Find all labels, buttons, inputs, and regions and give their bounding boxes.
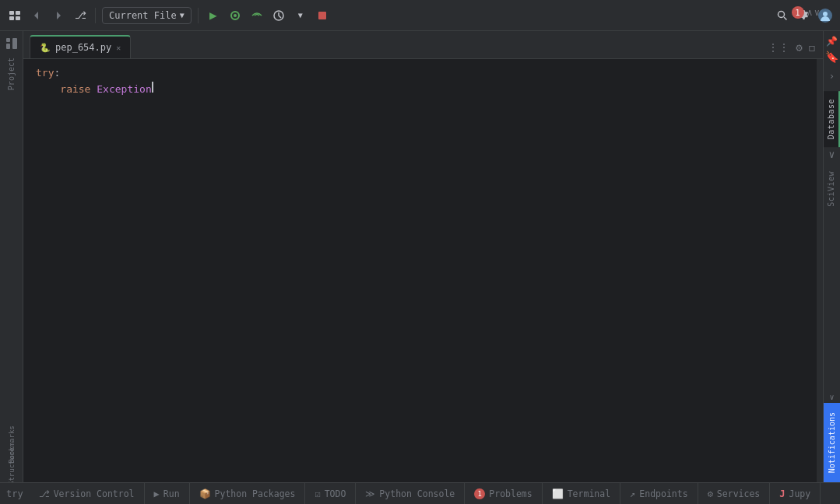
- jupyter-icon: J: [779, 488, 785, 499]
- text-cursor: [152, 82, 153, 93]
- problems-error-dot: 1: [474, 488, 485, 499]
- tab-actions: ⋮⋮ ⚙ ◻: [766, 40, 817, 58]
- notifications-panel-tab[interactable]: Notifications: [824, 403, 840, 482]
- main-toolbar: ⎇ Current File ▼ ▶ ▼: [0, 0, 840, 31]
- run-label: Run: [163, 488, 180, 499]
- tab-filename: pep_654.py: [55, 42, 111, 53]
- current-file-label: Current File: [109, 10, 177, 21]
- tab-expand-icon[interactable]: ◻: [807, 40, 817, 55]
- separator-2: [198, 8, 199, 23]
- tab-python-console[interactable]: ≫ Python Console: [356, 483, 465, 504]
- svg-rect-13: [12, 38, 17, 49]
- file-tab[interactable]: 🐍 pep_654.py ✕: [30, 35, 131, 58]
- python-packages-label: Python Packages: [215, 488, 296, 499]
- tab-terminal[interactable]: ⬜ Terminal: [543, 483, 620, 504]
- services-label: Services: [717, 488, 760, 499]
- terminal-icon: ⬜: [552, 488, 564, 499]
- tab-bar: 🐍 pep_654.py ✕ ⋮⋮ ⚙ ◻: [23, 31, 823, 59]
- editor-container: 🐍 pep_654.py ✕ ⋮⋮ ⚙ ◻ 1 ∧ ∨: [23, 31, 823, 482]
- svg-rect-7: [318, 12, 326, 19]
- project-icon[interactable]: [6, 7, 23, 24]
- scrollbar[interactable]: [817, 59, 823, 482]
- main-area: Project Bookmarks Structure 🐍 pep_654.py…: [0, 31, 840, 482]
- sidebar-item-project[interactable]: [2, 34, 21, 53]
- tab-version-control[interactable]: ⎇ Version Control: [30, 483, 145, 504]
- run-button[interactable]: ▶: [205, 7, 222, 24]
- tab-problems[interactable]: 1 Problems: [465, 483, 542, 504]
- nav-back-button[interactable]: [28, 7, 45, 24]
- svg-rect-0: [9, 11, 14, 15]
- tab-todo[interactable]: ☑ TODO: [305, 483, 356, 504]
- python-console-label: Python Console: [379, 488, 455, 499]
- tab-services[interactable]: ⚙ Services: [698, 483, 771, 504]
- tab-endpoints[interactable]: ↗ Endpoints: [620, 483, 698, 504]
- tab-python-packages[interactable]: 📦 Python Packages: [190, 483, 306, 504]
- svg-point-8: [778, 12, 784, 18]
- tab-run[interactable]: ▶ Run: [145, 483, 190, 504]
- terminal-label: Terminal: [568, 488, 610, 499]
- debug-button[interactable]: [227, 7, 244, 24]
- pin-icon[interactable]: 📌: [825, 34, 839, 48]
- svg-rect-2: [9, 16, 14, 20]
- code-line-1: try:: [36, 65, 817, 82]
- keyword-raise: raise: [60, 82, 90, 98]
- coverage-button[interactable]: [248, 7, 265, 24]
- separator-1: [95, 8, 96, 23]
- status-try: try: [0, 488, 30, 499]
- settings-gear-icon[interactable]: ⚙: [794, 40, 803, 55]
- git-icon[interactable]: ⎇: [72, 7, 89, 24]
- problems-label: Problems: [489, 488, 532, 499]
- python-packages-icon: 📦: [199, 488, 211, 499]
- version-control-label: Version Control: [54, 488, 135, 499]
- svg-point-11: [823, 12, 828, 16]
- dropdown-more[interactable]: ▼: [292, 7, 309, 24]
- services-icon: ⚙: [708, 488, 713, 499]
- bookmark-icon[interactable]: 🔖: [825, 50, 839, 64]
- todo-icon: ☑: [315, 488, 320, 499]
- search-icon[interactable]: [773, 7, 790, 24]
- tab-close-button[interactable]: ✕: [116, 44, 121, 52]
- python-file-icon: 🐍: [40, 43, 51, 53]
- left-sidebar: Project Bookmarks Structure: [0, 31, 23, 482]
- svg-rect-14: [6, 44, 10, 49]
- profile-button[interactable]: [270, 7, 287, 24]
- nav-forward-button[interactable]: [50, 7, 67, 24]
- project-label[interactable]: Project: [5, 54, 17, 93]
- svg-rect-12: [6, 38, 10, 42]
- python-console-icon: ≫: [365, 488, 375, 499]
- endpoints-icon: ↗: [630, 488, 635, 499]
- database-chevron-down[interactable]: ∨: [824, 147, 840, 162]
- svg-rect-3: [16, 16, 20, 20]
- code-editor[interactable]: try: raise Exception: [23, 59, 823, 482]
- svg-rect-1: [16, 11, 20, 15]
- todo-label: TODO: [325, 488, 346, 499]
- tab-more-button[interactable]: ⋮⋮: [766, 40, 791, 55]
- dropdown-arrow-icon: ▼: [180, 11, 185, 19]
- sciview-panel-tab[interactable]: SciView: [824, 165, 838, 213]
- class-exception: Exception: [97, 82, 151, 98]
- run-icon: ▶: [154, 488, 160, 499]
- database-panel-tab[interactable]: Database: [824, 91, 840, 147]
- svg-point-5: [234, 14, 237, 17]
- bottom-panel: try ⎇ Version Control ▶ Run 📦 Python Pac…: [0, 482, 840, 504]
- center-area: 🐍 pep_654.py ✕ ⋮⋮ ⚙ ◻ 1 ∧ ∨: [23, 31, 840, 482]
- keyword-try: try: [36, 65, 54, 82]
- svg-line-9: [784, 17, 787, 20]
- sciview-chevron-down[interactable]: ∨: [828, 391, 835, 403]
- endpoints-label: Endpoints: [639, 488, 687, 499]
- jupyter-label: Jupy: [789, 488, 810, 499]
- collapse-right-button[interactable]: ›: [824, 67, 840, 85]
- stop-button[interactable]: [314, 7, 331, 24]
- version-control-icon: ⎇: [39, 488, 50, 499]
- code-line-2: raise Exception: [36, 82, 817, 98]
- editor-area[interactable]: try: raise Exception: [23, 59, 823, 482]
- tab-jupyter[interactable]: J Jupy: [770, 483, 821, 504]
- current-file-dropdown[interactable]: Current File ▼: [102, 7, 192, 24]
- structure-icon[interactable]: Structure: [2, 457, 21, 476]
